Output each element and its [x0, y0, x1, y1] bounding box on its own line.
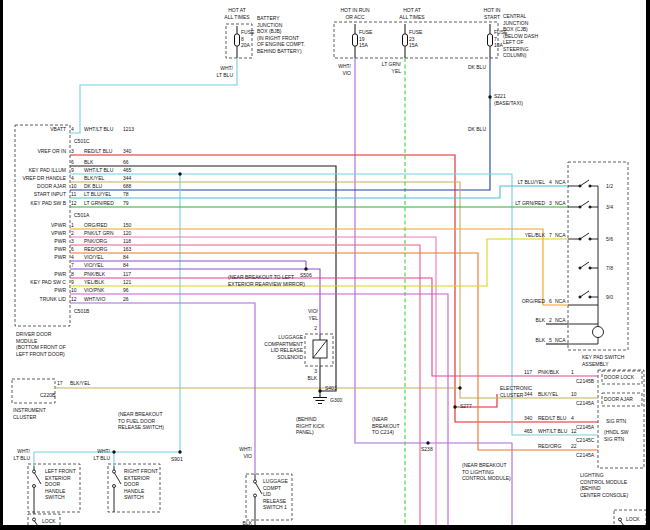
splice-dot-cluster-junction — [458, 386, 461, 389]
keypad-switch-3-icon — [568, 233, 598, 240]
keypad-switch-1-icon — [568, 180, 598, 187]
splice-dot-s403 — [318, 389, 321, 392]
luggage-solenoid-icon — [313, 334, 327, 366]
fuse-23-icon — [403, 24, 408, 58]
fuse-8-icon — [235, 26, 240, 58]
ground-g300-icon — [313, 398, 327, 404]
fuse-7-icon — [488, 24, 493, 58]
keypad-switch-5-icon — [579, 291, 598, 298]
wire-pwr-red-org — [70, 253, 598, 450]
wiring-diagram-page: HOT AT ALL TIMESFUSE 8 20ABATTERY JUNCTI… — [0, 0, 650, 530]
lcm-door-lock-box — [602, 371, 642, 384]
wire-start-input-lt-blu-yel — [70, 186, 568, 198]
page-border-right — [646, 0, 650, 530]
splice-dot-handle-switch-junction — [112, 450, 115, 453]
wire-handle-switch-branch-wht-lt-blu — [34, 174, 180, 452]
wire-s277-branch-red-lt-blu — [455, 394, 497, 407]
keypad-switch-4-icon — [579, 262, 598, 269]
keypad-switch-2-icon — [568, 201, 598, 208]
page-border-bottom — [0, 525, 650, 530]
splice-dot-illum-branch-junction — [178, 172, 181, 175]
lighting-control-module-box — [598, 370, 644, 468]
page-border-left — [0, 0, 3, 530]
wire-vbatt-wht-lt-blu — [70, 58, 237, 133]
wire-keypad-c-yel-blk — [70, 239, 568, 286]
central-junction-box — [334, 22, 498, 58]
wire-keypad-illum-wht-lt-blu — [70, 174, 598, 435]
fuse-icons — [235, 24, 493, 58]
splice-dot-s238 — [426, 441, 429, 444]
fuse-19-icon — [353, 24, 358, 58]
wire-solenoid-vio-yel — [306, 261, 320, 334]
wire-sig-rtn-red-lt-blu — [70, 155, 598, 422]
wire-door-lock-pnk-blk — [70, 278, 598, 376]
instrument-cluster-box — [12, 379, 55, 403]
splice-dot-s901 — [178, 450, 181, 453]
luggage-lid-release-switch-box — [246, 474, 292, 520]
wire-fuse7-dk-blu — [70, 58, 490, 190]
splice-dot-s506 — [304, 267, 307, 270]
left-door-handle-switch-icon — [33, 466, 42, 514]
splice-dot-s277 — [453, 405, 456, 408]
wire-pwr-vio-pnk — [70, 294, 448, 530]
keypad-internals — [568, 180, 604, 344]
splice-dot-s221 — [488, 95, 491, 98]
component-boxes — [12, 22, 646, 530]
keypad-illumination-lamp-icon — [593, 327, 604, 338]
right-door-handle-switch-icon — [113, 466, 122, 512]
switch-icons — [33, 466, 627, 530]
wire-door-ajar-blk-yel — [70, 182, 598, 398]
wire-vpwr-pnk-lt-grn — [70, 237, 436, 530]
driver-door-module-box — [15, 125, 70, 326]
luggage-lid-release-switch-icon — [254, 474, 263, 530]
wiring-diagram-canvas — [0, 0, 650, 530]
lcm-door-ajar-box — [602, 393, 642, 406]
